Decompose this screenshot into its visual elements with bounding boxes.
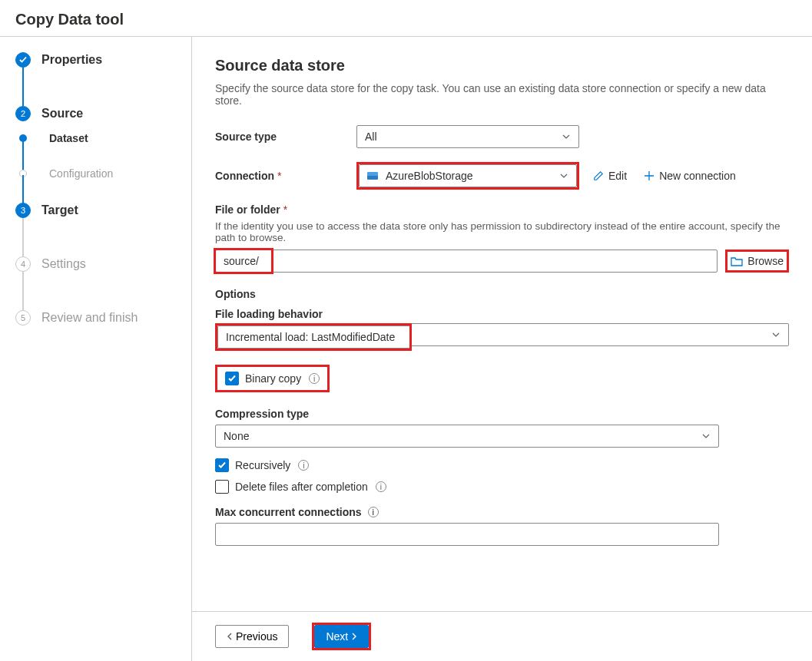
- chevron-left-icon: [227, 633, 233, 640]
- storage-icon: [367, 172, 378, 180]
- file-loading-behavior-select[interactable]: [412, 323, 789, 346]
- substep-label: Configuration: [49, 167, 113, 180]
- substep-configuration[interactable]: Configuration: [41, 167, 191, 180]
- step-label: Review and finish: [41, 311, 138, 324]
- source-type-select[interactable]: All: [356, 125, 579, 148]
- step-number: 2: [15, 106, 31, 121]
- content: Properties 2 Source Dataset: [0, 37, 812, 661]
- step-target[interactable]: 3 Target: [15, 203, 191, 230]
- step-source[interactable]: 2 Source Dataset Configuration: [15, 106, 191, 180]
- step-number: 5: [15, 310, 31, 326]
- max-connections-input[interactable]: [215, 523, 719, 546]
- page: Copy Data tool Properties 2 Source: [0, 0, 812, 661]
- check-icon: [217, 461, 227, 470]
- wizard-sidebar: Properties 2 Source Dataset: [0, 37, 192, 661]
- delete-files-label: Delete files after completion: [235, 481, 368, 493]
- info-icon[interactable]: i: [376, 481, 386, 492]
- step-label: Target: [41, 203, 78, 216]
- pencil-icon: [593, 170, 604, 181]
- substep-dataset[interactable]: Dataset: [41, 132, 191, 144]
- page-title: Copy Data tool: [0, 0, 812, 37]
- compression-type-select[interactable]: None: [215, 425, 719, 448]
- select-value: All: [365, 131, 377, 143]
- file-folder-input[interactable]: source/: [215, 250, 718, 273]
- file-folder-help: If the identity you use to access the da…: [215, 220, 789, 243]
- chevron-down-icon: [562, 132, 571, 141]
- chevron-down-icon: [701, 431, 711, 441]
- previous-button[interactable]: Previous: [215, 625, 289, 648]
- binary-copy-label: Binary copy: [245, 372, 301, 385]
- step-label: Source: [41, 107, 83, 120]
- browse-button[interactable]: Browse: [727, 252, 787, 270]
- next-button[interactable]: Next: [314, 625, 369, 648]
- input-value: source/: [224, 255, 259, 267]
- file-loading-behavior-select-left[interactable]: Incremental load: LastModifiedDate: [217, 326, 409, 349]
- options-label: Options: [215, 288, 789, 300]
- step-properties[interactable]: Properties: [15, 52, 191, 80]
- step-settings[interactable]: 4 Settings: [15, 256, 191, 284]
- flb-label: File loading behavior: [215, 308, 789, 320]
- step-review[interactable]: 5 Review and finish: [15, 310, 191, 338]
- recursively-checkbox[interactable]: [215, 458, 229, 472]
- check-icon: [15, 52, 31, 68]
- section-description: Specify the source data store for the co…: [215, 82, 789, 107]
- binary-copy-checkbox[interactable]: [225, 372, 239, 385]
- folder-icon: [731, 256, 743, 266]
- chevron-right-icon: [351, 633, 357, 640]
- max-conn-label: Max concurrent connections: [215, 506, 362, 518]
- chevron-down-icon: [771, 330, 781, 339]
- connection-label: Connection: [215, 170, 346, 182]
- step-number: 4: [15, 256, 31, 272]
- compression-type-label: Compression type: [215, 408, 789, 420]
- chevron-down-icon: [559, 171, 568, 180]
- recursively-label: Recursively: [235, 459, 290, 471]
- info-icon[interactable]: i: [309, 373, 320, 384]
- source-type-label: Source type: [215, 131, 346, 143]
- check-icon: [227, 374, 237, 383]
- section-heading: Source data store: [215, 57, 789, 74]
- info-icon[interactable]: i: [298, 460, 309, 471]
- wizard-footer: Previous Next: [192, 611, 812, 661]
- main-panel: Source data store Specify the source dat…: [192, 37, 812, 661]
- new-connection-button[interactable]: New connection: [641, 167, 739, 185]
- select-value: None: [224, 430, 249, 442]
- file-folder-label: File or folder: [215, 203, 789, 216]
- step-label: Properties: [41, 53, 102, 66]
- step-number: 3: [15, 203, 31, 218]
- info-icon[interactable]: i: [368, 507, 379, 517]
- connection-select[interactable]: AzureBlobStorage: [359, 164, 577, 187]
- delete-files-checkbox[interactable]: [215, 480, 229, 494]
- edit-button[interactable]: Edit: [590, 167, 630, 185]
- plus-icon: [644, 170, 655, 181]
- step-label: Settings: [41, 257, 86, 270]
- select-value: AzureBlobStorage: [386, 170, 473, 182]
- substep-label: Dataset: [49, 132, 88, 144]
- select-value: Incremental load: LastModifiedDate: [226, 331, 395, 343]
